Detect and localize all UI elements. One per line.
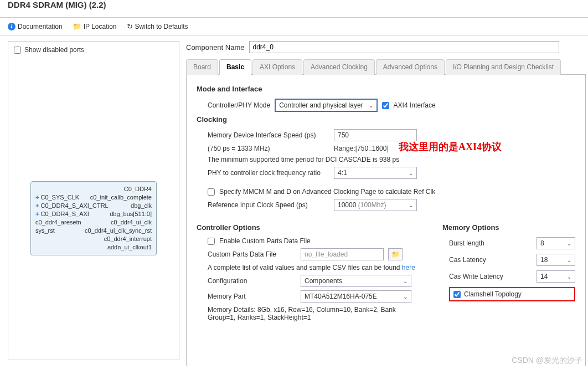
port-label: c0_ddr4_ui_clk_sync_rst [85, 227, 152, 235]
cas-latency-select[interactable]: 18 ⌄ [537, 254, 575, 266]
min-period-hint: The minimum supported time period for DC… [208, 156, 575, 163]
configuration-select[interactable]: Components ⌄ [301, 275, 411, 287]
range-hint: Range:[750..1600] [334, 145, 389, 152]
select-value: Components [305, 277, 342, 285]
section-title: Mode and Interface [197, 85, 575, 93]
annotation-highlight-box: Clamshell Topology [449, 287, 575, 301]
browse-file-button[interactable]: 📁 [388, 248, 403, 260]
select-value: 4:1 [338, 169, 347, 177]
section-title: Memory Options [442, 223, 575, 232]
port-label: C0_DDR4_S_AXI [40, 210, 89, 218]
show-disabled-ports-checkbox[interactable] [14, 47, 21, 54]
checkbox-label: Show disabled ports [24, 46, 84, 54]
port-label: dbg_clk [131, 202, 152, 210]
port-label: addn_ui_clkout1 [107, 243, 152, 252]
chevron-down-icon: ⌄ [567, 274, 571, 280]
port-label: c0_ddr4_ui_clk [111, 218, 152, 227]
ref-clock-label: Reference Input Clock Speed (ps) [208, 201, 329, 209]
burst-length-label: Burst length [449, 239, 484, 247]
port-label: c0_ddr4_interrupt [104, 235, 152, 243]
section-title: Controller Options [197, 223, 428, 232]
info-icon: i [8, 23, 16, 30]
phy-ratio-select[interactable]: 4:1 ⌄ [334, 167, 417, 179]
select-value: 10000 (100Mhz) [338, 201, 386, 209]
ref-clock-select[interactable]: 10000 (100Mhz) ⌄ [334, 199, 417, 211]
page-title: DDR4 SDRAM (MIG) (2.2) [8, 0, 582, 14]
checkbox-label: Clamshell Topology [464, 290, 522, 298]
toolbar: i Documentation 📁 IP Location ↻ Switch t… [0, 17, 588, 35]
toolbar-label: IP Location [84, 23, 117, 30]
folder-icon: 📁 [391, 250, 400, 258]
memory-details: Memory Details: 8Gb, x16, Row=16, Column… [208, 306, 418, 321]
mem-speed-label: Memory Device Interface Speed (ps) [208, 131, 329, 139]
section-title: Clocking [197, 115, 575, 124]
phy-ratio-label: PHY to controller clock frequency ratio [208, 169, 329, 177]
folder-icon: 📁 [73, 22, 81, 30]
tab-advanced-options[interactable]: Advanced Options [376, 59, 445, 75]
chevron-down-icon: ⌄ [567, 257, 571, 263]
custom-parts-input[interactable]: no_file_loaded [301, 248, 384, 260]
csv-hint: A complete list of valid values and samp… [208, 264, 428, 271]
controller-mode-label: Controller/PHY Mode [208, 101, 270, 109]
chevron-down-icon: ⌄ [403, 278, 408, 284]
select-value: Controller and physical layer [279, 101, 363, 109]
cas-write-select[interactable]: 14 ⌄ [537, 270, 575, 283]
watermark: CSDN @发光的沙子 [512, 356, 582, 366]
memory-part-select[interactable]: MT40A512M16HA-075E ⌄ [301, 290, 411, 303]
tab-axi-options[interactable]: AXI Options [252, 59, 302, 75]
tab-board[interactable]: Board [186, 59, 218, 75]
toolbar-label: Switch to Defaults [135, 23, 188, 30]
chevron-down-icon: ⌄ [567, 240, 571, 247]
port-label: C0_DDR4 [124, 185, 152, 193]
select-value: MT40A512M16HA-075E [305, 293, 377, 300]
controller-mode-select[interactable]: Controller and physical layer ⌄ [275, 99, 377, 112]
select-value: 14 [540, 273, 548, 280]
port-label: c0_init_calib_complete [90, 193, 152, 202]
burst-length-select[interactable]: 8 ⌄ [537, 237, 575, 249]
tab-basic[interactable]: Basic [219, 59, 251, 75]
port-label: c0_ddr4_aresetn [35, 218, 81, 227]
chevron-down-icon: ⌄ [409, 170, 413, 176]
select-value: 18 [540, 256, 548, 264]
chevron-down-icon: ⌄ [409, 202, 413, 208]
csv-here-link[interactable]: here [402, 264, 415, 271]
enable-custom-parts-checkbox[interactable] [208, 238, 215, 245]
chevron-down-icon: ⌄ [403, 294, 408, 300]
switch-defaults-button[interactable]: ↻ Switch to Defaults [127, 22, 188, 30]
reload-icon: ↻ [127, 22, 133, 30]
basic-panel: Mode and Interface Controller/PHY Mode C… [186, 75, 586, 366]
documentation-button[interactable]: i Documentation [8, 23, 63, 30]
tab-advanced-clocking[interactable]: Advanced Clocking [303, 59, 375, 75]
mem-speed-input[interactable]: 750 [334, 129, 417, 141]
configuration-label: Configuration [208, 277, 296, 285]
memory-part-label: Memory Part [208, 293, 296, 300]
checkbox-label: Enable Custom Parts Data File [219, 237, 311, 245]
component-name-label: Component Name [186, 43, 245, 52]
select-value: 8 [540, 239, 544, 247]
ip-block-diagram: C0_DDR4 + C0_SYS_CLKc0_init_calib_comple… [30, 181, 157, 255]
port-label: C0_DDR4_S_AXI_CTRL [40, 202, 108, 210]
port-label: C0_SYS_CLK [40, 193, 79, 202]
ip-location-button[interactable]: 📁 IP Location [73, 22, 117, 30]
freq-hint: (750 ps = 1333 MHz) [208, 145, 329, 152]
component-name-input[interactable] [249, 41, 559, 53]
checkbox-label: AXI4 Interface [394, 101, 436, 109]
custom-parts-label: Custom Parts Data File [208, 250, 296, 258]
tabbar: Board Basic AXI Options Advanced Clockin… [186, 59, 586, 75]
checkbox-label: Specify MMCM M and D on Advanced Clockin… [219, 188, 435, 196]
specify-mmcm-checkbox[interactable] [208, 188, 215, 196]
annotation-text: 我这里用的是AXI4协议 [399, 140, 502, 153]
toolbar-label: Documentation [18, 23, 63, 30]
cas-write-label: Cas Write Latency [449, 273, 503, 280]
ports-panel: Show disabled ports C0_DDR4 + C0_SYS_CLK… [8, 41, 179, 360]
axi4-interface-checkbox[interactable] [382, 102, 389, 109]
clamshell-topology-checkbox[interactable] [453, 291, 461, 298]
port-label: sys_rst [35, 227, 55, 235]
cas-latency-label: Cas Latency [449, 256, 486, 264]
tab-io-planning[interactable]: I/O Planning and Design Checklist [446, 59, 561, 75]
chevron-down-icon: ⌄ [369, 102, 373, 109]
port-label: dbg_bus[511:0] [110, 210, 152, 218]
